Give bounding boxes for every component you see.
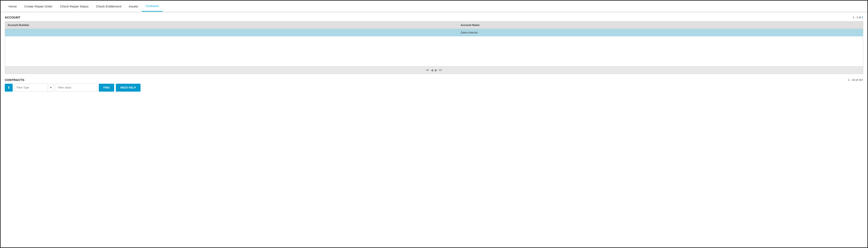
download-button[interactable]: ⬇: [5, 84, 13, 91]
table-row[interactable]: Zebra Internal: [5, 29, 863, 36]
table-row-empty-3: [5, 51, 863, 59]
filter-type-container: ▼: [14, 84, 54, 91]
find-button[interactable]: FIND: [99, 84, 114, 91]
account-name-header: Account Name: [458, 21, 863, 29]
filter-type-input[interactable]: [14, 84, 48, 91]
nav-create-repair-order[interactable]: Create Repair Order: [21, 1, 56, 11]
top-navigation: Home Create Repair Order Check Repair St…: [1, 1, 867, 12]
nav-check-repair-status[interactable]: Check Repair Status: [56, 1, 92, 11]
account-pagination: 1 - 1 of 1: [852, 16, 863, 19]
main-content: ACCOUNT 1 - 1 of 1 Account Number Accoun…: [1, 12, 867, 95]
filter-value-input[interactable]: [56, 84, 97, 91]
contracts-section-header: CONTRACTS 1 - 10 of 10+: [5, 78, 863, 82]
table-row-empty-2: [5, 44, 863, 51]
filter-type-dropdown-arrow[interactable]: ▼: [48, 84, 54, 91]
account-number-cell: [5, 29, 458, 36]
nav-assets[interactable]: Assets: [125, 1, 142, 11]
account-name-cell: Zebra Internal: [458, 29, 863, 36]
last-page-button[interactable]: ⏭: [439, 68, 442, 72]
nav-home[interactable]: Home: [5, 1, 21, 11]
nav-check-entitlement[interactable]: Check Entitlement: [92, 1, 125, 11]
first-page-button[interactable]: ⏮: [426, 68, 429, 72]
account-pagination-controls: ⏮ ◀ ▶ ⏭: [426, 68, 442, 72]
account-table-header-row: Account Number Account Name: [5, 21, 863, 29]
contracts-toolbar: ⬇ ▼ FIND NEED HELP: [5, 84, 863, 91]
table-row-empty-1: [5, 36, 863, 44]
account-table: Account Number Account Name Zebra Intern…: [5, 21, 863, 66]
download-icon: ⬇: [7, 86, 10, 89]
contracts-pagination: 1 - 10 of 10+: [848, 78, 863, 81]
account-section-header: ACCOUNT 1 - 1 of 1: [5, 16, 863, 19]
next-page-button[interactable]: ▶: [435, 68, 437, 72]
table-row-empty-4: [5, 59, 863, 66]
account-table-footer: ⏮ ◀ ▶ ⏭: [5, 66, 863, 74]
account-table-container: Account Number Account Name Zebra Intern…: [5, 21, 863, 74]
contracts-section-title: CONTRACTS: [5, 78, 24, 82]
prev-page-button[interactable]: ◀: [431, 68, 433, 72]
nav-contracts[interactable]: Contracts: [142, 1, 162, 11]
need-help-button[interactable]: NEED HELP: [116, 84, 140, 91]
account-section-title: ACCOUNT: [5, 16, 20, 19]
account-number-header: Account Number: [5, 21, 458, 29]
